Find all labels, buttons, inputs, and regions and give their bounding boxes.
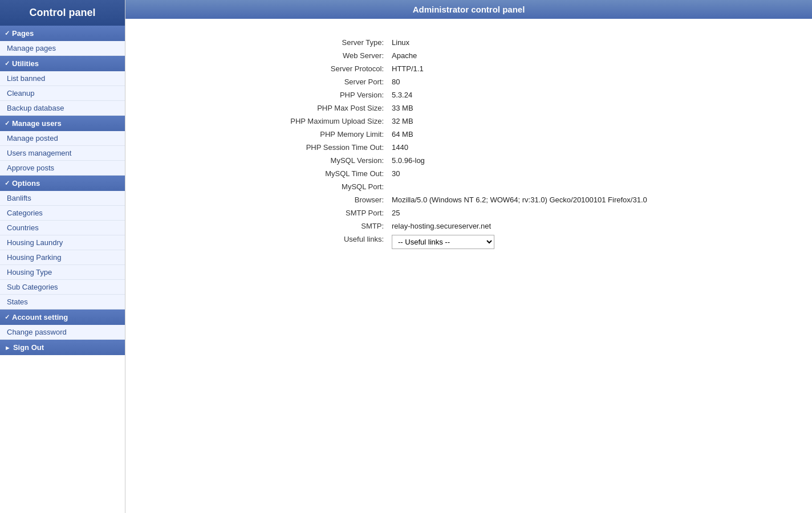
server-info-label: PHP Memory Limit: — [286, 128, 387, 141]
sidebar-section-label-manage-users: Manage users — [12, 119, 62, 128]
server-info-label: SMTP: — [286, 219, 387, 233]
server-info-row: MySQL Version:5.0.96-log — [286, 154, 652, 167]
chevron-options-icon: ✓ — [5, 180, 10, 187]
sidebar-item-banlifts[interactable]: Banlifts — [0, 191, 125, 206]
server-info-value: Apache — [387, 49, 652, 62]
sidebar-item-states[interactable]: States — [0, 295, 125, 310]
server-info-row: PHP Max Post Size:33 MB — [286, 101, 652, 115]
sign-out-section[interactable]: ► Sign Out — [0, 340, 125, 355]
sidebar-section-pages[interactable]: ✓ Pages — [0, 26, 125, 41]
server-info-value: HTTP/1.1 — [387, 62, 652, 75]
sidebar-title: Control panel — [0, 0, 125, 26]
server-info-table: Server Type:LinuxWeb Server:ApacheServer… — [286, 36, 652, 251]
server-info-label: Web Server: — [286, 49, 387, 62]
useful-links-row: Useful links: -- Useful links -- — [286, 233, 652, 251]
server-info-row: PHP Version:5.3.24 — [286, 88, 652, 101]
server-info-value: Mozilla/5.0 (Windows NT 6.2; WOW64; rv:3… — [387, 193, 652, 206]
sidebar-item-approve-posts[interactable]: Approve posts — [0, 161, 125, 176]
server-info-row: MySQL Time Out:30 — [286, 167, 652, 180]
sidebar-item-categories[interactable]: Categories — [0, 206, 125, 221]
useful-links-label: Useful links: — [286, 233, 387, 251]
main-content: Administrator control panel Server Type:… — [125, 0, 812, 513]
chevron-account-setting-icon: ✓ — [5, 314, 10, 321]
server-info-label: Browser: — [286, 193, 387, 206]
server-info-row: PHP Maximum Upload Size:32 MB — [286, 115, 652, 128]
server-info-row: PHP Session Time Out:1440 — [286, 141, 652, 154]
server-info-label: PHP Maximum Upload Size: — [286, 115, 387, 128]
server-info-value: 30 — [387, 167, 652, 180]
server-info-label: Server Protocol: — [286, 62, 387, 75]
sidebar-section-label-account-setting: Account setting — [12, 313, 68, 321]
server-info-row: Browser:Mozilla/5.0 (Windows NT 6.2; WOW… — [286, 193, 652, 206]
server-info-value: 64 MB — [387, 128, 652, 141]
sidebar-section-options[interactable]: ✓ Options — [0, 176, 125, 191]
server-info-row: MySQL Port: — [286, 180, 652, 193]
server-info-value: Linux — [387, 36, 652, 49]
chevron-pages-icon: ✓ — [5, 30, 10, 37]
sidebar-section-label-options: Options — [12, 179, 40, 188]
server-info-value: 32 MB — [387, 115, 652, 128]
server-info-label: Server Type: — [286, 36, 387, 49]
sidebar-item-backup-database[interactable]: Backup database — [0, 101, 125, 116]
chevron-manage-users-icon: ✓ — [5, 120, 10, 127]
sidebar-item-manage-posted[interactable]: Manage posted — [0, 131, 125, 146]
sidebar-item-users-management[interactable]: Users management — [0, 146, 125, 161]
sidebar-item-housing-parking[interactable]: Housing Parking — [0, 250, 125, 265]
sidebar-item-countries[interactable]: Countries — [0, 221, 125, 235]
sidebar-item-housing-type[interactable]: Housing Type — [0, 265, 125, 280]
server-info-label: PHP Max Post Size: — [286, 101, 387, 115]
main-header: Administrator control panel — [125, 0, 812, 19]
sidebar: Control panel ✓ PagesManage pages✓ Utili… — [0, 0, 125, 513]
server-info-row: SMTP:relay-hosting.secureserver.net — [286, 219, 652, 233]
server-info-value — [387, 180, 652, 193]
chevron-utilities-icon: ✓ — [5, 60, 10, 67]
server-info-label: PHP Version: — [286, 88, 387, 101]
server-info-row: PHP Memory Limit:64 MB — [286, 128, 652, 141]
server-info-row: Web Server:Apache — [286, 49, 652, 62]
server-info-row: Server Protocol:HTTP/1.1 — [286, 62, 652, 75]
server-info-value: 5.3.24 — [387, 88, 652, 101]
main-body: Server Type:LinuxWeb Server:ApacheServer… — [125, 19, 812, 268]
sidebar-section-label-utilities: Utilities — [12, 59, 39, 68]
sidebar-item-change-password[interactable]: Change password — [0, 325, 125, 340]
sidebar-section-manage-users[interactable]: ✓ Manage users — [0, 116, 125, 131]
sidebar-item-manage-pages[interactable]: Manage pages — [0, 41, 125, 56]
server-info-label: MySQL Port: — [286, 180, 387, 193]
server-info-label: SMTP Port: — [286, 206, 387, 219]
server-info-value: 5.0.96-log — [387, 154, 652, 167]
server-info-value: 1440 — [387, 141, 652, 154]
sidebar-item-list-banned[interactable]: List banned — [0, 71, 125, 86]
sidebar-item-sub-categories[interactable]: Sub Categories — [0, 280, 125, 295]
sidebar-section-label-pages: Pages — [12, 29, 34, 38]
sidebar-section-account-setting[interactable]: ✓ Account setting — [0, 310, 125, 325]
server-info-value: 80 — [387, 75, 652, 88]
server-info-row: SMTP Port:25 — [286, 206, 652, 219]
server-info-label: MySQL Version: — [286, 154, 387, 167]
server-info-row: Server Type:Linux — [286, 36, 652, 49]
server-info-label: Server Port: — [286, 75, 387, 88]
sidebar-item-housing-laundry[interactable]: Housing Laundry — [0, 235, 125, 250]
useful-links-select[interactable]: -- Useful links -- — [392, 235, 494, 249]
sidebar-item-cleanup[interactable]: Cleanup — [0, 86, 125, 101]
server-info-value: relay-hosting.secureserver.net — [387, 219, 652, 233]
server-info-value: 33 MB — [387, 101, 652, 115]
sign-out-label: Sign Out — [13, 343, 44, 352]
sign-out-chevron: ► — [5, 344, 11, 351]
server-info-row: Server Port:80 — [286, 75, 652, 88]
server-info-label: PHP Session Time Out: — [286, 141, 387, 154]
server-info-label: MySQL Time Out: — [286, 167, 387, 180]
sidebar-section-utilities[interactable]: ✓ Utilities — [0, 56, 125, 71]
server-info-value: 25 — [387, 206, 652, 219]
